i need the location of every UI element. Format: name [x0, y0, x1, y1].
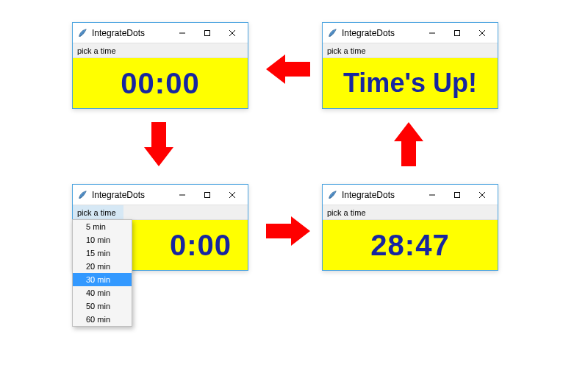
minimize-button[interactable] — [420, 185, 445, 205]
dropdown-item[interactable]: 50 min — [73, 299, 132, 313]
close-button[interactable] — [220, 185, 245, 205]
title-bar[interactable]: IntegrateDots — [73, 185, 248, 205]
window-title: IntegrateDots — [92, 190, 145, 200]
minimize-button[interactable] — [170, 185, 195, 205]
title-bar[interactable]: IntegrateDots — [73, 23, 248, 43]
dropdown-item[interactable]: 60 min — [73, 313, 132, 326]
menu-pick-a-time[interactable]: pick a time — [77, 208, 116, 217]
maximize-button[interactable] — [445, 185, 470, 205]
app-icon — [327, 28, 337, 38]
menu-bar: pick a time — [323, 43, 498, 58]
maximize-button[interactable] — [195, 23, 220, 43]
flow-arrow-down-icon — [143, 122, 175, 169]
flow-arrow-left-icon — [266, 53, 310, 88]
flow-arrow-right-icon — [266, 215, 310, 250]
timer-display: 28:47 — [323, 220, 498, 270]
svg-rect-17 — [455, 192, 460, 197]
window-title: IntegrateDots — [342, 28, 395, 38]
window-running: IntegrateDots pick a time 28:47 — [322, 184, 498, 271]
svg-marker-23 — [394, 122, 423, 166]
menu-bar: pick a time — [323, 205, 498, 220]
dropdown-item[interactable]: 40 min — [73, 286, 132, 299]
menu-pick-a-time[interactable]: pick a time — [77, 46, 116, 55]
close-button[interactable] — [470, 23, 495, 43]
menu-pick-a-time[interactable]: pick a time — [327, 208, 366, 217]
timer-display: Time's Up! — [323, 58, 498, 108]
timer-value: 00:00 — [121, 67, 199, 100]
minimize-button[interactable] — [170, 23, 195, 43]
flow-arrow-up-icon — [392, 122, 425, 169]
svg-marker-22 — [266, 216, 310, 246]
timer-value: 0:00 — [170, 229, 232, 262]
timer-display: 00:00 — [73, 58, 248, 108]
dropdown-item[interactable]: 15 min — [73, 246, 132, 260]
app-icon — [77, 190, 87, 200]
menu-pick-a-time[interactable]: pick a time — [327, 46, 366, 55]
app-icon — [327, 190, 337, 200]
title-bar[interactable]: IntegrateDots — [323, 185, 498, 205]
close-button[interactable] — [470, 185, 495, 205]
svg-rect-12 — [205, 192, 210, 197]
menu-bar: pick a time — [73, 205, 248, 220]
dropdown-item[interactable]: 30 min — [73, 273, 132, 286]
window-initial: IntegrateDots pick a time 00:00 — [72, 22, 248, 109]
close-button[interactable] — [220, 23, 245, 43]
window-done: IntegrateDots pick a time Time's Up! — [322, 22, 498, 109]
dropdown-item[interactable]: 10 min — [73, 233, 132, 246]
svg-rect-2 — [205, 30, 210, 35]
timer-value: Time's Up! — [343, 68, 477, 99]
svg-marker-20 — [266, 54, 310, 84]
maximize-button[interactable] — [445, 23, 470, 43]
timer-value: 28:47 — [370, 229, 449, 262]
svg-marker-21 — [144, 122, 173, 166]
app-icon — [77, 28, 87, 38]
time-dropdown[interactable]: 5 min10 min15 min20 min30 min40 min50 mi… — [72, 219, 132, 327]
svg-rect-7 — [455, 30, 460, 35]
maximize-button[interactable] — [195, 185, 220, 205]
window-title: IntegrateDots — [92, 28, 145, 38]
minimize-button[interactable] — [420, 23, 445, 43]
window-title: IntegrateDots — [342, 190, 395, 200]
title-bar[interactable]: IntegrateDots — [323, 23, 498, 43]
dropdown-item[interactable]: 5 min — [73, 220, 132, 233]
menu-bar: pick a time — [73, 43, 248, 58]
dropdown-item[interactable]: 20 min — [73, 260, 132, 273]
